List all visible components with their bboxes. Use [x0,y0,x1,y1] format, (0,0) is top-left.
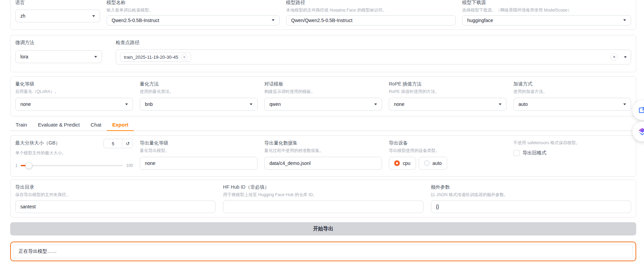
export-quant-bit-dropdown[interactable]: none [140,157,258,170]
export-quant-bit-hint: 量化导出模型。 [140,148,258,153]
model-name-dropdown[interactable]: Qwen2.5-0.5B-Instruct [107,15,280,25]
chevron-down-icon[interactable] [624,56,627,58]
export-device-field: 导出设备 导出模型使用的设备类型。 cpu auto [389,140,507,172]
tab-chat[interactable]: Chat [85,120,107,131]
checkpoint-field: 检查点路径 train_2025-11-19-20-30-45 × × [116,39,631,68]
hub-id-field: HF Hub ID（非必填） 用于将模型上传至 Hugging Face Hub… [223,184,423,213]
export-quant-dataset-label: 导出量化数据集 [264,140,382,146]
quant-bit-value: none [20,101,31,107]
advanced-config-group: 量化等级 启用量化（QLoRA）。 none 量化方法 使用的量化算法。 bnb… [10,76,636,116]
export-quant-dataset-hint: 量化过程中使用的校准数据集。 [264,148,382,153]
booster-hint: 使用的加速方法。 [513,89,631,94]
tab-export[interactable]: Export [107,120,134,131]
checkpoint-multiselect[interactable]: train_2025-11-19-20-30-45 × × [116,50,631,64]
tag-remove-icon[interactable]: × [181,54,187,60]
quant-method-field: 量化方法 使用的量化算法。 bnb [140,81,258,112]
hub-id-hint: 用于将模型上传至 Hugging Face Hub 的仓库 ID。 [223,192,423,197]
quant-method-label: 量化方法 [140,81,258,87]
extra-args-input[interactable] [436,204,626,209]
export-quant-bit-value: none [145,160,155,166]
chevron-down-icon [374,103,377,105]
template-dropdown[interactable]: qwen [264,98,382,111]
quant-method-value: bnb [145,101,153,107]
export-device-radios: cpu auto [389,157,507,170]
quant-bit-dropdown[interactable]: none [15,98,133,111]
hub-id-box [223,201,423,213]
checkpoint-tag-text: train_2025-11-19-20-30-45 [124,55,178,60]
extra-args-hint: 以 JSON 格式传递给训练器的额外参数。 [431,192,631,197]
quant-bit-field: 量化等级 启用量化（QLoRA）。 none [15,81,133,112]
language-dropdown[interactable]: zh [15,10,100,22]
download-source-dropdown[interactable]: huggingface [462,15,631,25]
reset-icon[interactable]: ↺ [122,139,133,148]
language-label: 语言 [15,0,100,5]
legacy-format-checkbox[interactable] [513,150,519,156]
model-config-group: 语言 zh 模型名称 输入首单词以检索模型。 Qwen2.5-0.5B-Inst… [10,0,636,30]
legacy-format-field: 不使用 safetensors 格式保存模型。 导出旧格式 [513,140,631,172]
template-field: 对话模板 构建提示词时使用的模板。 qwen [264,81,382,112]
language-field: 语言 zh [15,0,100,25]
model-name-field: 模型名称 输入首单词以检索模型。 Qwen2.5-0.5B-Instruct [107,0,280,25]
language-value: zh [20,13,25,19]
model-name-label: 模型名称 [107,0,280,5]
download-source-value: huggingface [467,18,493,23]
radio-auto[interactable]: auto [419,157,447,170]
chevron-down-icon [250,103,252,105]
hub-id-label: HF Hub ID（非必填） [223,184,423,190]
start-export-button[interactable]: 开始导出 [10,222,636,235]
export-device-label: 导出设备 [389,140,507,146]
rope-dropdown[interactable]: none [389,98,507,111]
checkpoint-tag: train_2025-11-19-20-30-45 × [120,53,191,62]
assistant-logo-icon [638,127,644,136]
radio-icon [394,160,400,166]
export-status-text: 正在导出模型…… [14,245,633,258]
export-quant-bit-label: 导出量化等级 [140,140,258,146]
hub-id-input[interactable] [228,204,418,209]
extra-args-field: 额外参数 以 JSON 格式传递给训练器的额外参数。 [431,184,631,213]
template-hint: 构建提示词时使用的模板。 [264,89,382,94]
radio-cpu-label: cpu [403,160,411,166]
model-name-value: Qwen2.5-0.5B-Instruct [112,18,159,23]
shard-size-input[interactable] [104,139,122,148]
export-dir-box [15,201,215,213]
export-dir-input[interactable] [20,204,210,209]
chevron-down-icon [94,56,97,58]
slider-max-label: 100 [126,163,133,168]
shard-size-hint: 单个模型文件的最大大小。 [15,151,133,156]
slider-track[interactable] [21,165,123,166]
chevron-down-icon [499,103,501,105]
chevron-down-icon [272,19,274,21]
legacy-format-row: 导出旧格式 [513,150,631,156]
model-path-input[interactable] [291,18,451,23]
tab-evaluate-predict[interactable]: Evaluate & Predict [33,120,85,131]
model-path-box [286,15,456,25]
chevron-down-icon [623,19,626,21]
extra-args-box [431,201,631,213]
booster-label: 加速方式 [513,81,631,87]
llamafactory-webui: 语言 zh 模型名称 输入首单词以检索模型。 Qwen2.5-0.5B-Inst… [0,0,644,266]
download-source-hint: 选择模型下载源。（网络受限环境推荐使用 ModelScope） [462,8,631,12]
export-quant-dataset-input[interactable] [269,160,377,166]
chevron-down-icon [125,103,128,105]
quant-method-dropdown[interactable]: bnb [140,98,258,111]
radio-icon [424,160,430,166]
shard-size-field: 最大分块大小（GB） ↺ 单个模型文件的最大大小。 1 100 [15,140,133,172]
finetune-method-dropdown[interactable]: lora [15,50,102,63]
main-tabs: Train Evaluate & Predict Chat Export [10,120,636,131]
radio-cpu[interactable]: cpu [389,157,416,170]
rope-value: none [394,101,404,107]
export-dir-hint: 保存导出模型的文件夹路径。 [15,192,215,197]
tab-train[interactable]: Train [10,120,33,131]
booster-dropdown[interactable]: auto [513,98,631,111]
shard-size-slider: 1 100 [15,163,133,168]
finetune-group: 微调方法 lora 检查点路径 train_2025-11-19-20-30-4… [10,35,636,72]
export-dir-field: 导出目录 保存导出模型的文件夹路径。 [15,184,215,213]
finetune-method-value: lora [20,54,28,59]
slider-handle[interactable] [25,162,32,169]
finetune-method-field: 微调方法 lora [15,39,102,68]
model-name-hint: 输入首单词以检索模型。 [107,8,280,12]
clear-selection-icon[interactable]: × [610,53,618,61]
export-quant-dataset-box [264,157,382,170]
export-quant-dataset-field: 导出量化数据集 量化过程中使用的校准数据集。 [264,140,382,172]
rope-field: RoPE 插值方法 RoPE 插值时使用的方法。 none [389,81,507,112]
